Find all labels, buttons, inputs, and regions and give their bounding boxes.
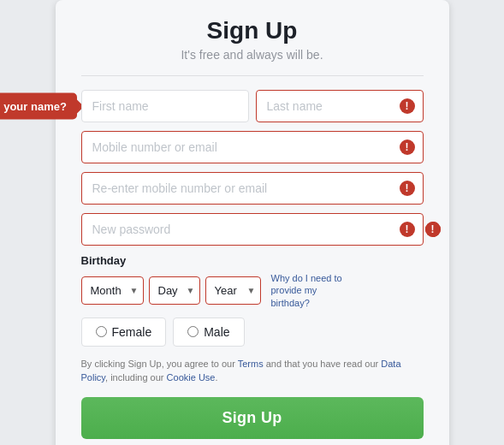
- mobile-wrapper: !: [81, 131, 424, 163]
- year-wrapper: Year 2024202320001990 ▼: [205, 276, 261, 305]
- terms-text: By clicking Sign Up, you agree to our Te…: [81, 357, 424, 385]
- male-option[interactable]: Male: [173, 317, 244, 347]
- cookie-use-link[interactable]: Cookie Use: [167, 372, 216, 383]
- password-row: !: [81, 213, 424, 246]
- reenter-wrapper: !: [81, 172, 424, 205]
- mobile-error-icon: !: [400, 139, 415, 155]
- terms-prefix: By clicking Sign Up, you agree to our: [81, 359, 238, 369]
- terms-suffix: , including our: [105, 372, 167, 383]
- divider: [81, 75, 424, 76]
- year-select[interactable]: Year 2024202320001990: [205, 276, 261, 305]
- terms-end: .: [215, 372, 217, 383]
- mobile-row: !: [81, 131, 424, 163]
- reenter-input[interactable]: [81, 172, 424, 205]
- reenter-error-icon: !: [400, 181, 415, 196]
- mobile-input[interactable]: [81, 131, 424, 163]
- terms-middle: and that you have read our: [264, 359, 382, 369]
- male-label: Male: [204, 325, 229, 339]
- reenter-row: !: [81, 172, 424, 205]
- birthday-row: Month JanFebMar AprMayJun JulAugSep OctN…: [81, 272, 424, 309]
- first-name-wrapper: [81, 90, 249, 122]
- male-radio[interactable]: [187, 326, 199, 337]
- last-name-wrapper: !: [256, 90, 424, 122]
- female-radio[interactable]: [96, 326, 107, 337]
- page-title: Sign Up: [81, 17, 424, 44]
- month-wrapper: Month JanFebMar AprMayJun JulAugSep OctN…: [81, 276, 144, 305]
- page-subtitle: It's free and always will be.: [81, 48, 424, 62]
- female-label: Female: [112, 325, 152, 339]
- month-select[interactable]: Month JanFebMar AprMayJun JulAugSep OctN…: [81, 276, 144, 305]
- signup-card: Sign Up It's free and always will be. Wh…: [56, 0, 449, 445]
- day-wrapper: Day 1234 5678 ▼: [149, 276, 200, 305]
- last-name-error-icon: !: [400, 98, 415, 114]
- name-row: What's your name? !: [81, 90, 424, 122]
- day-select[interactable]: Day 1234 5678: [149, 276, 200, 305]
- birthday-label: Birthday: [81, 254, 424, 267]
- password-error-icon: !: [400, 222, 415, 237]
- first-name-input[interactable]: [81, 90, 249, 122]
- birthday-why-link[interactable]: Why do I need to provide my birthday?: [271, 272, 357, 309]
- gender-row: Female Male !: [81, 317, 424, 347]
- last-name-input[interactable]: [256, 90, 424, 122]
- gender-error-icon: !: [425, 222, 441, 237]
- password-input[interactable]: [81, 213, 424, 246]
- name-tooltip: What's your name?: [0, 93, 77, 120]
- password-wrapper: !: [81, 213, 424, 246]
- signup-button[interactable]: Sign Up: [81, 397, 424, 439]
- birthday-section: Birthday Month JanFebMar AprMayJun JulAu…: [81, 254, 424, 309]
- terms-link[interactable]: Terms: [238, 359, 264, 369]
- female-option[interactable]: Female: [81, 317, 167, 347]
